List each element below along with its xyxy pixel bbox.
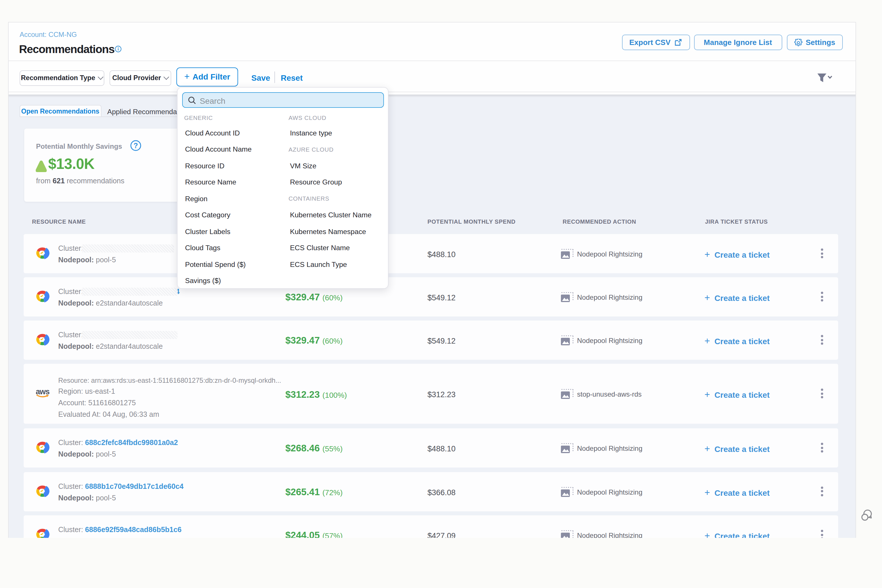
- svg-text:?: ?: [133, 141, 138, 149]
- svg-text:aws: aws: [36, 387, 50, 396]
